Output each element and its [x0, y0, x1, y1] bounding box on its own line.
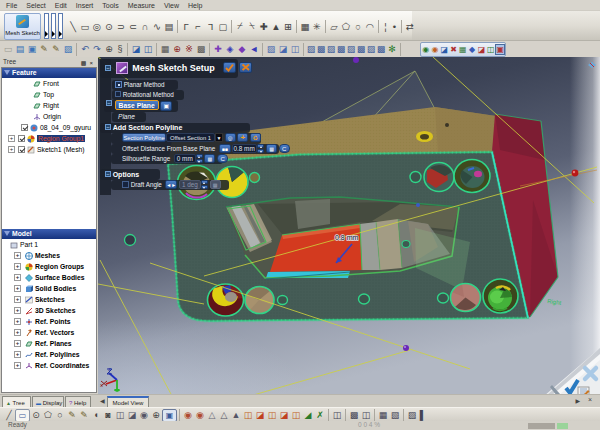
- svg-text:0.8 mm: 0.8 mm: [335, 234, 359, 241]
